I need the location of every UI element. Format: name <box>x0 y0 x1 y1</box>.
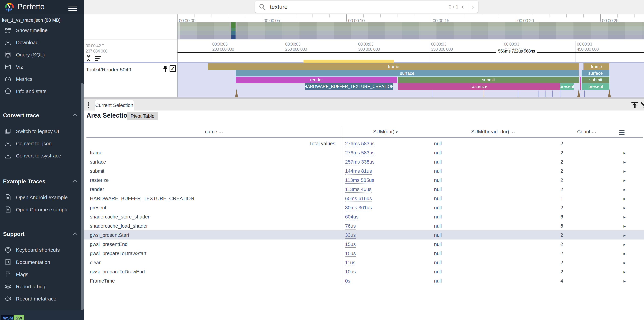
sidebar-item-documentation[interactable]: Documentation <box>0 256 84 268</box>
column-header-sum-dur[interactable]: SUM(dur) ▾ <box>373 129 398 135</box>
cell-sum-dur-link[interactable]: 604us <box>345 214 358 220</box>
chevron-up-icon[interactable] <box>72 232 78 237</box>
search-prev-button[interactable]: ‹ <box>462 3 464 10</box>
table-row-submit[interactable]: submit144ms 81usnull2▸ <box>84 166 644 175</box>
cell-sum-dur-link[interactable]: 113ms 585us <box>345 177 374 184</box>
table-row-gwsi-preparetodrawend[interactable]: gwsi_prepareToDrawEnd10usnull2▸ <box>84 267 644 276</box>
table-row-render[interactable]: render113ms 46usnull2▸ <box>84 185 644 194</box>
tab-menu-kebab-icon[interactable] <box>88 101 89 109</box>
track-canvas[interactable]: frameframesurfacesurfacerendersubmitsubm… <box>177 63 644 97</box>
pin-icon[interactable] <box>162 65 168 74</box>
sidebar-section-convert-trace[interactable]: Convert trace <box>0 111 84 120</box>
slice-present[interactable]: present <box>582 83 610 90</box>
collapse-tracks-icon[interactable] <box>86 54 92 63</box>
sidebar-item-download[interactable]: Download <box>0 36 84 49</box>
sidebar-scrollbar[interactable] <box>81 83 84 310</box>
viewport-handle-right[interactable] <box>236 22 237 32</box>
viewport-handle-left[interactable] <box>230 22 231 32</box>
row-expand-icon[interactable]: ▸ <box>624 269 626 275</box>
row-expand-icon[interactable]: ▸ <box>624 224 626 229</box>
row-expand-icon[interactable]: ▸ <box>624 214 626 220</box>
slice-sliver[interactable] <box>580 77 581 83</box>
sidebar-item-open-android-example[interactable]: Open Android example <box>0 191 84 204</box>
sort-tracks-icon[interactable] <box>95 54 102 63</box>
overview-minimap[interactable] <box>177 22 644 39</box>
pivot-table-button[interactable]: Pivot Table <box>127 112 158 120</box>
table-row-gwsi-preparetodrawstart[interactable]: gwsi_prepareToDrawStart15usnull2▸ <box>84 249 644 258</box>
sidebar-item-keyboard-shortcuts[interactable]: Keyboard shortcuts <box>0 244 84 256</box>
sort-desc-icon[interactable]: ▾ <box>396 130 398 134</box>
cell-sum-dur-link[interactable]: 144ms 81us <box>345 168 372 175</box>
perfetto-logo-icon[interactable] <box>4 2 14 12</box>
sidebar-item-record-metatrace[interactable]: Record metatrace <box>0 293 84 305</box>
row-expand-icon[interactable]: ▸ <box>624 159 626 165</box>
sidebar-item-open-chrome-example[interactable]: Open Chrome example <box>0 204 84 216</box>
sidebar-item-report-a-bug[interactable]: Report a bug <box>0 281 84 293</box>
row-expand-icon[interactable]: ▸ <box>624 251 626 256</box>
cell-sum-dur-link[interactable]: 33us <box>345 232 356 239</box>
cell-sum-dur-link[interactable]: 30ms 361us <box>345 205 372 211</box>
slice-hardware-buffer-texture-creation[interactable]: HARDWARE_BUFFER_TEXTURE_CREATION <box>305 83 393 90</box>
sidebar-item-show-timeline[interactable]: Show timeline <box>0 24 84 36</box>
chevron-up-icon[interactable] <box>72 113 78 118</box>
column-menu-icon[interactable]: ··· <box>218 130 223 134</box>
sidebar-item-viz[interactable]: Viz <box>0 61 84 73</box>
slice-rasterize[interactable]: rasterize <box>398 83 560 90</box>
row-expand-icon[interactable]: ▸ <box>624 178 626 183</box>
column-header-count[interactable]: Count ··· <box>577 129 596 135</box>
cell-sum-dur-link[interactable]: 10us <box>345 269 356 275</box>
track-checkbox[interactable]: ✓ <box>170 65 176 72</box>
row-expand-icon[interactable]: ▸ <box>624 233 626 238</box>
sidebar-hamburger-icon[interactable] <box>68 4 77 13</box>
table-row-clean[interactable]: clean11usnull2▸ <box>84 258 644 267</box>
sidebar-item-switch-to-legacy-ui[interactable]: Switch to legacy UI <box>0 125 84 137</box>
slice-submit[interactable]: submit <box>398 77 579 83</box>
sidebar-item-metrics[interactable]: Metrics <box>0 73 84 85</box>
cell-sum-dur-link[interactable]: 0s <box>345 278 350 285</box>
table-row-frame[interactable]: frame276ms 583usnull2▸ <box>84 148 644 157</box>
table-row-gwsi-presentstart[interactable]: gwsi_presentStart33usnull2▸ <box>84 230 644 240</box>
sidebar-item-convert-to-json[interactable]: Convert to .json <box>0 137 84 150</box>
track-shelf[interactable]: Toolkit/Render 5049 ✓ <box>84 63 177 97</box>
sidebar-item-convert-to-systrace[interactable]: Convert to .systrace <box>0 150 84 162</box>
column-menu-icon[interactable]: ··· <box>510 130 515 134</box>
row-expand-icon[interactable]: ▸ <box>624 196 626 201</box>
row-expand-icon[interactable]: ▸ <box>624 279 626 284</box>
sidebar-item-query-sql[interactable]: Query (SQL) <box>0 49 84 61</box>
table-row-shadercache-store-shader[interactable]: shadercache_store_shader604usnull6▸ <box>84 212 644 221</box>
sidebar-item-info-and-stats[interactable]: Info and stats <box>0 85 84 97</box>
tab-current-selection[interactable]: Current Selection <box>95 100 134 110</box>
slice-sliver[interactable] <box>580 83 581 90</box>
table-row-surface[interactable]: surface257ms 338usnull2▸ <box>84 157 644 166</box>
table-row-rasterize[interactable]: rasterize113ms 585usnull2▸ <box>84 175 644 185</box>
viewport-indicator[interactable] <box>231 22 236 39</box>
table-menu-icon[interactable] <box>620 129 624 136</box>
sidebar-section-support[interactable]: Support <box>0 230 84 239</box>
table-row-hardware-buffer-texture-creation[interactable]: HARDWARE_BUFFER_TEXTURE_CREATION60ms 616… <box>84 194 644 203</box>
cell-sum-dur-link[interactable]: 276ms 583us <box>345 141 374 147</box>
column-header-name[interactable]: name ··· <box>205 129 223 135</box>
table-row-frametime[interactable]: FrameTime0snull4▸ <box>84 276 644 285</box>
slice-frame[interactable]: frame <box>208 63 579 70</box>
row-expand-icon[interactable]: ▸ <box>624 187 626 192</box>
cell-sum-dur-link[interactable]: 276ms 583us <box>345 150 374 156</box>
cell-sum-dur-link[interactable]: 257ms 338us <box>345 159 374 165</box>
chevron-up-icon[interactable] <box>72 179 78 184</box>
column-menu-icon[interactable]: ··· <box>592 130 596 134</box>
row-expand-icon[interactable]: ▸ <box>624 260 626 266</box>
slice-render[interactable]: render <box>236 77 397 83</box>
search-next-button[interactable]: › <box>472 3 474 10</box>
cell-sum-dur-link[interactable]: 15us <box>345 251 356 257</box>
sidebar-section-example-traces[interactable]: Example Traces <box>0 177 84 186</box>
sidebar-item-flags[interactable]: Flags <box>0 268 84 281</box>
cell-sum-dur-link[interactable]: 113ms 46us <box>345 187 372 193</box>
row-expand-icon[interactable]: ▸ <box>624 205 626 211</box>
row-expand-icon[interactable]: ▸ <box>624 169 626 174</box>
cell-sum-dur-link[interactable]: 60ms 616us <box>345 196 372 202</box>
search-box[interactable]: texture 0 / 1 ‹ › <box>255 1 478 13</box>
table-row-present[interactable]: present30ms 361usnull2▸ <box>84 203 644 212</box>
cell-sum-dur-link[interactable]: 15us <box>345 242 356 248</box>
slice-submit[interactable]: submit <box>582 77 610 83</box>
row-expand-icon[interactable]: ▸ <box>624 150 626 156</box>
cell-sum-dur-link[interactable]: 76us <box>345 223 356 230</box>
